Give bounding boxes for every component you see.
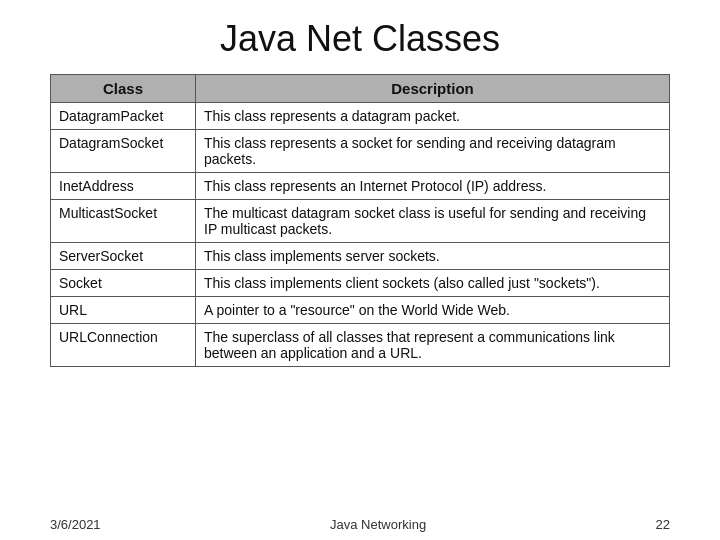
table-row: DatagramSocketThis class represents a so… bbox=[51, 130, 670, 173]
cell-description: This class implements client sockets (al… bbox=[196, 270, 670, 297]
page-title: Java Net Classes bbox=[0, 18, 720, 60]
cell-description: A pointer to a "resource" on the World W… bbox=[196, 297, 670, 324]
table-row: URLConnectionThe superclass of all class… bbox=[51, 324, 670, 367]
cell-class: InetAddress bbox=[51, 173, 196, 200]
cell-description: The superclass of all classes that repre… bbox=[196, 324, 670, 367]
table-row: InetAddressThis class represents an Inte… bbox=[51, 173, 670, 200]
classes-table: Class Description DatagramPacketThis cla… bbox=[50, 74, 670, 367]
cell-description: This class represents a socket for sendi… bbox=[196, 130, 670, 173]
cell-class: DatagramPacket bbox=[51, 103, 196, 130]
cell-class: ServerSocket bbox=[51, 243, 196, 270]
cell-description: The multicast datagram socket class is u… bbox=[196, 200, 670, 243]
table-row: SocketThis class implements client socke… bbox=[51, 270, 670, 297]
table-row: URLA pointer to a "resource" on the Worl… bbox=[51, 297, 670, 324]
footer-date: 3/6/2021 bbox=[50, 517, 101, 532]
cell-class: MulticastSocket bbox=[51, 200, 196, 243]
table-row: MulticastSocketThe multicast datagram so… bbox=[51, 200, 670, 243]
table-header-row: Class Description bbox=[51, 75, 670, 103]
footer: 3/6/2021 Java Networking 22 bbox=[0, 517, 720, 532]
cell-description: This class represents an Internet Protoc… bbox=[196, 173, 670, 200]
cell-class: DatagramSocket bbox=[51, 130, 196, 173]
cell-description: This class represents a datagram packet. bbox=[196, 103, 670, 130]
table-row: DatagramPacketThis class represents a da… bbox=[51, 103, 670, 130]
table-container: Class Description DatagramPacketThis cla… bbox=[50, 74, 670, 367]
footer-page: 22 bbox=[656, 517, 670, 532]
footer-center: Java Networking bbox=[330, 517, 426, 532]
cell-class: Socket bbox=[51, 270, 196, 297]
cell-description: This class implements server sockets. bbox=[196, 243, 670, 270]
table-row: ServerSocketThis class implements server… bbox=[51, 243, 670, 270]
cell-class: URLConnection bbox=[51, 324, 196, 367]
col-header-description: Description bbox=[196, 75, 670, 103]
cell-class: URL bbox=[51, 297, 196, 324]
col-header-class: Class bbox=[51, 75, 196, 103]
